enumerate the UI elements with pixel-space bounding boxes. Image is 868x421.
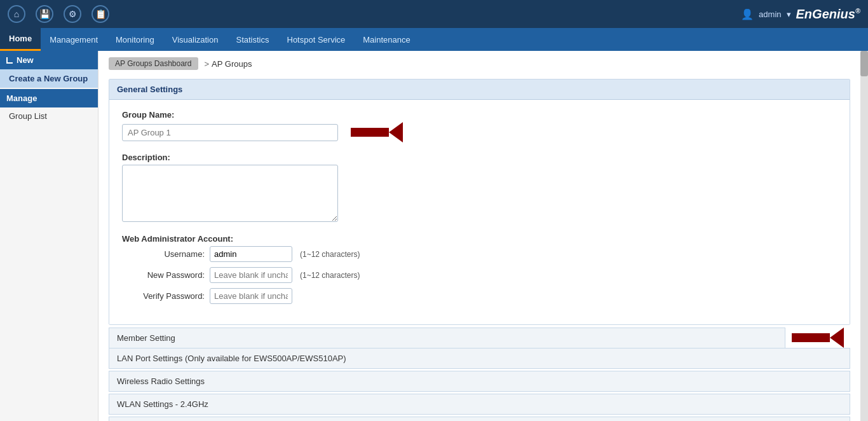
nav-item-maintenance[interactable]: Maintenance bbox=[354, 28, 419, 51]
home-icon[interactable]: ⌂ bbox=[8, 5, 25, 23]
top-bar: ⌂ 💾 ⚙ 📋 👤 admin ▾ EnGenius® bbox=[0, 0, 868, 28]
username-hint: (1~12 characters) bbox=[300, 250, 360, 259]
user-dropdown-icon[interactable]: ▾ bbox=[787, 10, 791, 19]
breadcrumb: AP Groups Dashboard > AP Groups bbox=[109, 57, 850, 70]
username-label: Username: bbox=[122, 249, 205, 259]
verify-password-input[interactable] bbox=[210, 288, 292, 304]
sidebar-group-list[interactable]: Group List bbox=[0, 107, 98, 125]
clipboard-icon[interactable]: 📋 bbox=[92, 5, 109, 23]
member-setting-arrow bbox=[792, 328, 844, 348]
group-name-row: Group Name: bbox=[122, 110, 837, 142]
description-row: Description: bbox=[122, 153, 837, 224]
nav-item-statistics[interactable]: Statistics bbox=[227, 28, 278, 51]
description-textarea[interactable] bbox=[122, 165, 338, 222]
new-password-input[interactable] bbox=[210, 267, 292, 283]
wireless-radio-section[interactable]: Wireless Radio Settings bbox=[109, 371, 850, 392]
settings-icon[interactable]: ⚙ bbox=[64, 5, 81, 23]
new-password-row: New Password: (1~12 characters) bbox=[122, 267, 837, 283]
scrollbar-thumb[interactable] bbox=[860, 51, 868, 76]
general-settings-section: General Settings Group Name: bbox=[109, 79, 850, 325]
scrollbar-track[interactable] bbox=[860, 51, 868, 421]
general-settings-body: Group Name: Description: bbox=[109, 100, 850, 324]
breadcrumb-link[interactable]: AP Groups Dashboard bbox=[109, 57, 198, 70]
user-label: admin bbox=[759, 10, 781, 19]
new-password-hint: (1~12 characters) bbox=[300, 271, 360, 280]
sidebar-manage-header[interactable]: Manage bbox=[0, 89, 98, 107]
description-label: Description: bbox=[122, 153, 837, 162]
web-admin-label: Web Administrator Account: bbox=[122, 234, 837, 244]
username-row: Username: (1~12 characters) bbox=[122, 246, 837, 262]
lan-port-section[interactable]: LAN Port Settings (Only available for EW… bbox=[109, 348, 850, 369]
group-name-input-row bbox=[122, 122, 837, 142]
save-icon[interactable]: 💾 bbox=[36, 5, 53, 23]
top-bar-icons: ⌂ 💾 ⚙ 📋 bbox=[8, 5, 109, 23]
wlan-24-section[interactable]: WLAN Settings - 2.4GHz bbox=[109, 394, 850, 415]
nav-item-monitoring[interactable]: Monitoring bbox=[107, 28, 163, 51]
nav-item-hotspot[interactable]: Hotspot Service bbox=[278, 28, 355, 51]
group-name-arrow bbox=[351, 122, 403, 142]
web-admin-row: Web Administrator Account: Username: (1~… bbox=[122, 234, 837, 304]
sidebar-new-label: New bbox=[17, 55, 34, 65]
wlan-5-section[interactable]: WLAN Settings - 5GHz bbox=[109, 417, 850, 421]
nav-bar: Home Management Monitoring Visualization… bbox=[0, 28, 868, 51]
user-icon: 👤 bbox=[741, 8, 754, 20]
sidebar: New Create a New Group Manage Group List bbox=[0, 51, 98, 421]
new-password-label: New Password: bbox=[122, 270, 205, 280]
main-content: AP Groups Dashboard > AP Groups General … bbox=[98, 51, 860, 421]
member-setting-section[interactable]: Member Setting bbox=[109, 328, 785, 348]
general-settings-header[interactable]: General Settings bbox=[109, 79, 850, 100]
sidebar-create-group[interactable]: Create a New Group bbox=[0, 69, 98, 88]
member-setting-row: Member Setting bbox=[109, 328, 850, 348]
layout: New Create a New Group Manage Group List… bbox=[0, 51, 868, 421]
group-name-input[interactable] bbox=[122, 124, 338, 141]
group-name-label: Group Name: bbox=[122, 110, 837, 120]
nav-item-management[interactable]: Management bbox=[41, 28, 107, 51]
verify-password-label: Verify Password: bbox=[122, 291, 205, 301]
sidebar-new-header[interactable]: New bbox=[0, 51, 98, 69]
brand-logo: EnGenius® bbox=[796, 7, 860, 22]
top-bar-right: 👤 admin ▾ EnGenius® bbox=[741, 7, 860, 22]
username-input[interactable] bbox=[210, 246, 292, 262]
verify-password-row: Verify Password: bbox=[122, 288, 837, 304]
admin-table: Username: (1~12 characters) New Password… bbox=[122, 246, 837, 304]
nav-item-visualization[interactable]: Visualization bbox=[163, 28, 227, 51]
breadcrumb-separator: > bbox=[205, 59, 210, 69]
nav-item-home[interactable]: Home bbox=[0, 28, 41, 51]
breadcrumb-current: AP Groups bbox=[212, 59, 252, 69]
